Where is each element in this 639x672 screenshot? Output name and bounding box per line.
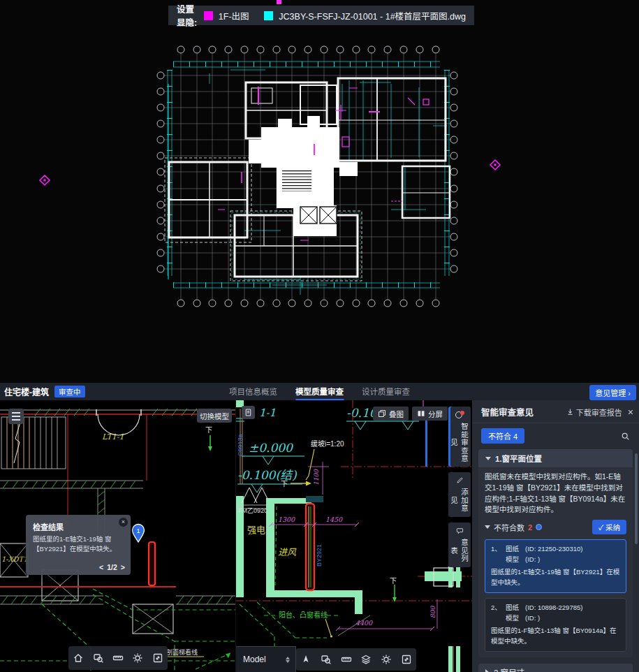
- reference-diamond-right: [490, 160, 500, 170]
- select-arrows-icon: [286, 657, 290, 663]
- missing-window-highlight[interactable]: [149, 542, 155, 585]
- model-view-select[interactable]: Model: [236, 646, 296, 672]
- down-label-2: 下: [390, 577, 397, 585]
- pager-page-indicator: 1/2: [107, 563, 117, 571]
- accept-button[interactable]: ✓ 采纳: [592, 520, 626, 534]
- add-opinion-button[interactable]: 添加意见: [448, 472, 471, 517]
- reference-diamond-left: [40, 175, 50, 185]
- overlay-mode-button[interactable]: 叠图: [373, 407, 409, 421]
- pager-prev-icon[interactable]: <: [99, 563, 103, 571]
- nonconform-filter-badge[interactable]: 不符合 4: [481, 428, 524, 444]
- caret-down-icon[interactable]: [485, 525, 490, 529]
- settings-gear-icon[interactable]: [130, 650, 145, 666]
- viewer-mode-controls: 叠图 分屏: [373, 407, 448, 421]
- project-title: 住宅楼-建筑: [4, 386, 49, 397]
- section-summary: 图纸窗未在模型中找到对应构件。如1-E轴交1-19轴 窗【BY2921】未在模型…: [485, 472, 626, 516]
- view-tag-label: 1-1: [259, 407, 276, 419]
- review-panel-header: 智能审查意见 下载审查报告 ×: [472, 400, 639, 423]
- mid-cad-drawing: ±0.000 -0.100(结) -0.100(结) C0913a 缓坡i=1:…: [236, 400, 472, 672]
- balcony-note-text: 阳台、凸窗看线: [279, 611, 328, 619]
- issue-section-window-size[interactable]: 2.窗尺寸: [478, 664, 633, 672]
- tooltip-close-icon[interactable]: ×: [119, 518, 128, 527]
- zoom-window-icon[interactable]: [318, 652, 334, 667]
- switch-model-button[interactable]: 切换模型: [197, 409, 232, 423]
- nav-tabs: 项目信息概览 模型质量审查 设计质量审查: [229, 383, 410, 400]
- search-icon[interactable]: [621, 432, 630, 441]
- pager-next-icon[interactable]: >: [121, 563, 125, 571]
- layer-name-dwg[interactable]: JC3BY-S-FSFJ-JZ-01001 - 1#楼首层平面图.dwg: [279, 9, 466, 22]
- layer-swatch-magenta[interactable]: [204, 11, 213, 20]
- opinion-manage-button[interactable]: 意见管理 ›: [589, 385, 636, 400]
- measure-icon[interactable]: [110, 650, 126, 666]
- workspace: LT1-1 下 1-XDT1: [0, 400, 639, 672]
- issue-item-1[interactable]: 1、 图纸 (ID: 21250-230310) 模型 (ID: ) 图纸里的1…: [485, 539, 626, 593]
- issue-pin-marker[interactable]: 1: [131, 523, 145, 543]
- room-label-air-in: 进风: [278, 547, 297, 557]
- door-tag-text: FM乙0920: [238, 507, 267, 514]
- home-icon[interactable]: [71, 650, 86, 666]
- settings-gear-icon[interactable]: [379, 652, 394, 667]
- mid-viewer-toolbar: [296, 648, 416, 671]
- axis-side-tag: C0913a: [237, 434, 244, 456]
- issue-item-2[interactable]: 2、 图纸 (ID: 10898-229785) 模型 (ID: ) 图纸里的1…: [485, 598, 626, 652]
- ai-review-opinion-button[interactable]: 智能审查意见: [448, 407, 471, 467]
- filter-row: 不符合 4: [472, 423, 639, 448]
- legend-label: 设置显隐:: [177, 2, 198, 29]
- left-viewer-toolbar: [68, 646, 168, 670]
- panel-close-icon[interactable]: ×: [628, 407, 633, 417]
- layer-name-1f[interactable]: 1F-出图: [219, 9, 249, 22]
- comment-icon: [455, 527, 464, 534]
- review-panel-title: 智能审查意见: [481, 405, 534, 418]
- opinion-list-button[interactable]: 意见列表: [448, 523, 471, 567]
- menu-hamburger-button[interactable]: [8, 409, 24, 424]
- top-navbar: 住宅楼-建筑 审查中 项目信息概览 模型质量审查 设计质量审查 意见管理 ›: [0, 383, 639, 400]
- dim-800-text: 800: [429, 606, 436, 618]
- room-label-strong-elec: 强电: [247, 525, 265, 535]
- layers-icon[interactable]: [358, 652, 374, 667]
- orient-north-icon[interactable]: [298, 652, 314, 667]
- drawing-viewport[interactable]: LT1-1 下 1-XDT1: [0, 400, 235, 672]
- zoom-window-icon[interactable]: [91, 650, 106, 666]
- tooltip-body: 图纸里的1-E轴交1-19轴 窗【BY2921】在模型中缺失。: [33, 534, 124, 555]
- download-report-link[interactable]: 下载审查报告: [566, 407, 622, 418]
- dim-1100-text: 1100: [313, 469, 320, 485]
- fullscreen-icon[interactable]: [150, 650, 166, 666]
- issue-section-window-position: 1.窗平面位置 图纸窗未在模型中找到对应构件。如1-E轴交1-19轴 窗【BY2…: [478, 449, 633, 657]
- check-result-tooltip: × 检查结果 图纸里的1-E轴交1-19轴 窗【BY2921】在模型中缺失。 <…: [26, 515, 131, 575]
- download-icon: [566, 408, 574, 416]
- floorplan-drawing: [0, 0, 639, 383]
- fullscreen-icon[interactable]: [399, 652, 414, 667]
- panel-scrollbar[interactable]: [635, 453, 638, 544]
- split-screen-button[interactable]: 分屏: [412, 407, 448, 421]
- shaft-label-text: 1-XDT1: [1, 555, 28, 563]
- dim-4400-text: 4400: [355, 619, 373, 627]
- section-header[interactable]: 1.窗平面位置: [478, 449, 633, 467]
- dwg-overlay-viewer: 设置显隐: 1F-出图 JC3BY-S-FSFJ-JZ-01001 - 1#楼首…: [0, 0, 639, 383]
- stair-label-text: LT1-1: [102, 432, 124, 441]
- locate-toggle-icon[interactable]: [536, 524, 542, 530]
- status-badge: 审查中: [54, 386, 85, 397]
- dim-1450-text: 1450: [325, 516, 343, 523]
- review-app: 住宅楼-建筑 审查中 项目信息概览 模型质量审查 设计质量审查 意见管理 ›: [0, 383, 639, 672]
- window-tag-text: BY2921: [316, 544, 323, 567]
- tab-model-quality[interactable]: 模型质量审查: [295, 383, 344, 400]
- sheet-icon[interactable]: [242, 406, 255, 419]
- tooltip-title: 检查结果: [33, 521, 124, 532]
- flagged-window-element[interactable]: [306, 504, 314, 590]
- section-line-label: 剖面梯看线: [166, 648, 198, 656]
- caret-right-icon: [485, 669, 489, 672]
- slope-note-text: 缓坡i=1:20: [311, 439, 344, 448]
- elev-zero-text: ±0.000: [249, 441, 293, 455]
- tab-project-info[interactable]: 项目信息概览: [229, 383, 277, 400]
- layer-swatch-cyan[interactable]: [264, 11, 273, 20]
- pencil-icon: [455, 476, 464, 484]
- down-label-1: 下: [281, 480, 288, 488]
- down-arrow-label: 下: [205, 426, 212, 434]
- ai-review-panel: 智能审查意见 下载审查报告 × 不符合 4: [472, 400, 639, 672]
- building-core: [249, 116, 358, 236]
- measure-icon[interactable]: [339, 652, 354, 667]
- model-viewport[interactable]: ±0.000 -0.100(结) -0.100(结) C0913a 缓坡i=1:…: [235, 400, 472, 672]
- tab-design-quality[interactable]: 设计质量审查: [362, 383, 410, 400]
- svg-text:1: 1: [136, 527, 140, 534]
- app-root: 设置显隐: 1F-出图 JC3BY-S-FSFJ-JZ-01001 - 1#楼首…: [0, 0, 639, 672]
